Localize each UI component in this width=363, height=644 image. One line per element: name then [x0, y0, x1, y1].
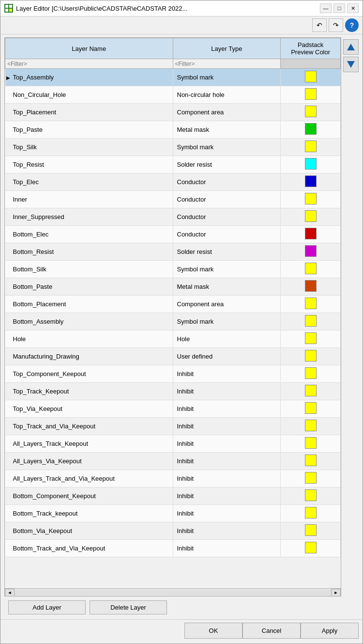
- table-row[interactable]: Bottom_AssemblySymbol mark: [5, 313, 341, 330]
- scroll-track[interactable]: [15, 589, 331, 596]
- layer-color-cell[interactable]: [281, 139, 341, 156]
- close-button[interactable]: ✕: [347, 3, 359, 13]
- layer-color-cell[interactable]: [281, 208, 341, 226]
- table-row[interactable]: Inner_SuppressedConductor: [5, 208, 341, 226]
- layer-color-cell[interactable]: [281, 383, 341, 400]
- table-row[interactable]: Top_Via_KeepoutInhibit: [5, 400, 341, 418]
- add-layer-button[interactable]: Add Layer: [8, 600, 86, 614]
- table-row[interactable]: Bottom_Track_and_Via_KeepoutInhibit: [5, 540, 341, 557]
- table-scroll[interactable]: Layer Name Layer Type PadstackPreview Co…: [5, 38, 341, 588]
- color-swatch[interactable]: [305, 123, 317, 135]
- layer-color-cell[interactable]: [281, 540, 341, 557]
- layer-color-cell[interactable]: [281, 104, 341, 121]
- move-down-button[interactable]: [343, 57, 359, 72]
- scroll-left-arrow[interactable]: ◄: [5, 589, 15, 597]
- ok-button[interactable]: OK: [184, 623, 242, 639]
- color-swatch[interactable]: [305, 367, 317, 379]
- filter-name-cell[interactable]: [5, 59, 173, 69]
- color-swatch[interactable]: [305, 420, 317, 431]
- layer-color-cell[interactable]: [281, 505, 341, 522]
- color-swatch[interactable]: [305, 263, 317, 274]
- color-swatch[interactable]: [305, 385, 317, 396]
- color-swatch[interactable]: [305, 332, 317, 344]
- layer-color-cell[interactable]: [281, 69, 341, 86]
- color-swatch[interactable]: [305, 489, 317, 501]
- table-row[interactable]: All_Layers_Track_KeepoutInhibit: [5, 435, 341, 453]
- table-row[interactable]: Bottom_SilkSymbol mark: [5, 261, 341, 278]
- color-swatch[interactable]: [305, 175, 317, 187]
- layer-color-cell[interactable]: [281, 470, 341, 487]
- color-swatch[interactable]: [305, 280, 317, 292]
- table-row[interactable]: Top_Component_KeepoutInhibit: [5, 365, 341, 383]
- color-swatch[interactable]: [305, 88, 317, 100]
- table-row[interactable]: Manufacturing_DrawingUser defined: [5, 348, 341, 365]
- table-row[interactable]: Bottom_PasteMetal mask: [5, 278, 341, 296]
- layer-color-cell[interactable]: [281, 121, 341, 139]
- help-button[interactable]: ?: [345, 18, 359, 32]
- table-row[interactable]: Top_SilkSymbol mark: [5, 139, 341, 156]
- color-swatch[interactable]: [305, 245, 317, 257]
- table-row[interactable]: Top_ResistSolder resist: [5, 156, 341, 173]
- table-row[interactable]: Top_PlacementComponent area: [5, 104, 341, 121]
- undo-button[interactable]: ↶: [312, 18, 327, 32]
- table-row[interactable]: Bottom_Track_keepoutInhibit: [5, 505, 341, 522]
- color-swatch[interactable]: [305, 158, 317, 170]
- color-swatch[interactable]: [305, 402, 317, 414]
- move-up-button[interactable]: [343, 39, 359, 55]
- color-swatch[interactable]: [305, 193, 317, 204]
- redo-button[interactable]: ↷: [329, 18, 343, 32]
- color-swatch[interactable]: [305, 210, 317, 222]
- horizontal-scrollbar[interactable]: ◄ ►: [5, 588, 341, 596]
- layer-color-cell[interactable]: [281, 330, 341, 348]
- filter-name-input[interactable]: [7, 61, 171, 67]
- filter-type-cell[interactable]: [173, 59, 281, 69]
- layer-color-cell[interactable]: [281, 365, 341, 383]
- color-swatch[interactable]: [305, 542, 317, 553]
- apply-button[interactable]: Apply: [301, 623, 359, 639]
- table-row[interactable]: Top_Track_KeepoutInhibit: [5, 383, 341, 400]
- table-row[interactable]: ▶Top_AssemblySymbol mark: [5, 69, 341, 86]
- color-swatch[interactable]: [305, 106, 317, 117]
- color-swatch[interactable]: [305, 524, 317, 536]
- layer-color-cell[interactable]: [281, 418, 341, 435]
- minimize-button[interactable]: —: [320, 3, 332, 13]
- table-row[interactable]: Bottom_ElecConductor: [5, 226, 341, 243]
- layer-color-cell[interactable]: [281, 522, 341, 540]
- color-swatch[interactable]: [305, 228, 317, 239]
- color-swatch[interactable]: [305, 71, 317, 82]
- color-swatch[interactable]: [305, 350, 317, 361]
- layer-color-cell[interactable]: [281, 243, 341, 261]
- color-swatch[interactable]: [305, 298, 317, 309]
- table-row[interactable]: InnerConductor: [5, 191, 341, 208]
- color-swatch[interactable]: [305, 455, 317, 466]
- layer-color-cell[interactable]: [281, 453, 341, 470]
- layer-color-cell[interactable]: [281, 156, 341, 173]
- table-row[interactable]: All_Layers_Via_KeepoutInhibit: [5, 453, 341, 470]
- table-row[interactable]: Top_PasteMetal mask: [5, 121, 341, 139]
- layer-color-cell[interactable]: [281, 348, 341, 365]
- table-row[interactable]: HoleHole: [5, 330, 341, 348]
- color-swatch[interactable]: [305, 472, 317, 484]
- table-row[interactable]: Bottom_Via_KeepoutInhibit: [5, 522, 341, 540]
- maximize-button[interactable]: □: [333, 3, 345, 13]
- layer-color-cell[interactable]: [281, 400, 341, 418]
- table-row[interactable]: Non_Circular_HoleNon-circular hole: [5, 86, 341, 104]
- layer-color-cell[interactable]: [281, 278, 341, 296]
- table-row[interactable]: Top_ElecConductor: [5, 173, 341, 191]
- filter-type-input[interactable]: [175, 61, 279, 67]
- table-row[interactable]: Bottom_ResistSolder resist: [5, 243, 341, 261]
- layer-color-cell[interactable]: [281, 313, 341, 330]
- table-row[interactable]: Bottom_Component_KeepoutInhibit: [5, 487, 341, 505]
- table-row[interactable]: Top_Track_and_Via_KeepoutInhibit: [5, 418, 341, 435]
- layer-color-cell[interactable]: [281, 487, 341, 505]
- layer-color-cell[interactable]: [281, 86, 341, 104]
- layer-color-cell[interactable]: [281, 173, 341, 191]
- layer-color-cell[interactable]: [281, 296, 341, 313]
- layer-color-cell[interactable]: [281, 191, 341, 208]
- color-swatch[interactable]: [305, 315, 317, 327]
- cancel-button[interactable]: Cancel: [242, 623, 301, 639]
- table-row[interactable]: Bottom_PlacementComponent area: [5, 296, 341, 313]
- layer-color-cell[interactable]: [281, 226, 341, 243]
- color-swatch[interactable]: [305, 507, 317, 518]
- layer-color-cell[interactable]: [281, 261, 341, 278]
